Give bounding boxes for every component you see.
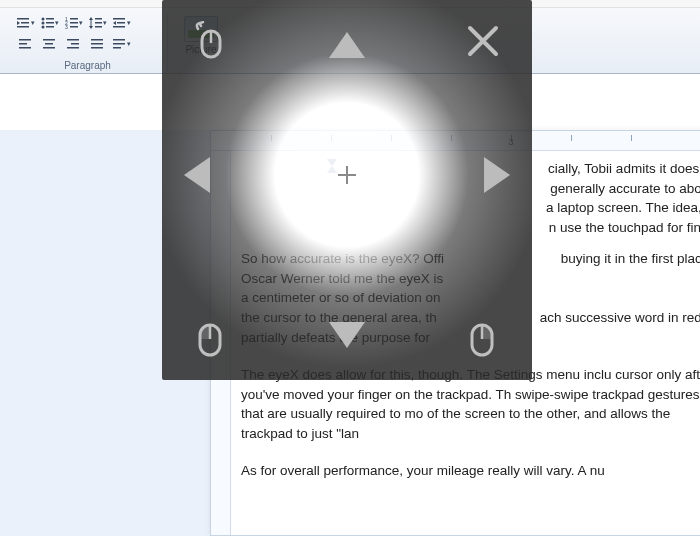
group-paragraph: 123 Paragraph — [8, 14, 168, 71]
svg-rect-16 — [95, 18, 102, 20]
numbering-button[interactable]: 123 — [64, 14, 84, 32]
indent-decrease-button[interactable] — [16, 14, 36, 32]
svg-rect-31 — [91, 39, 103, 41]
line-spacing-button[interactable] — [88, 14, 108, 32]
svg-rect-12 — [70, 22, 78, 24]
svg-rect-1 — [21, 22, 29, 24]
eyex-overlay — [162, 0, 532, 380]
svg-rect-18 — [95, 26, 102, 28]
svg-rect-35 — [113, 43, 125, 45]
svg-rect-0 — [17, 18, 29, 20]
svg-rect-36 — [113, 47, 121, 49]
svg-rect-27 — [43, 47, 55, 49]
svg-rect-19 — [113, 18, 125, 20]
svg-rect-8 — [46, 26, 54, 28]
mouse-scroll-icon — [192, 21, 230, 61]
mouse-right-icon — [466, 319, 500, 359]
align-center-button[interactable] — [40, 35, 60, 53]
svg-rect-32 — [91, 43, 103, 45]
svg-rect-22 — [19, 39, 31, 41]
svg-rect-4 — [46, 18, 54, 20]
mouse-left-button[interactable] — [190, 318, 232, 360]
svg-rect-29 — [71, 43, 79, 45]
svg-rect-15 — [91, 19, 92, 27]
justify-button[interactable] — [88, 35, 108, 53]
group-label: Paragraph — [8, 60, 167, 71]
svg-rect-24 — [19, 47, 31, 49]
svg-rect-6 — [46, 22, 54, 24]
svg-rect-2 — [17, 26, 29, 28]
svg-rect-34 — [113, 39, 125, 41]
align-right-button[interactable] — [64, 35, 84, 53]
svg-rect-33 — [91, 47, 103, 49]
svg-text:3: 3 — [65, 24, 68, 29]
svg-rect-10 — [70, 18, 78, 20]
bullets-button[interactable] — [40, 14, 60, 32]
svg-rect-14 — [70, 26, 78, 28]
pan-left-button[interactable] — [184, 157, 210, 193]
mouse-scroll-button[interactable] — [190, 20, 232, 62]
svg-rect-23 — [19, 43, 27, 45]
svg-rect-17 — [95, 22, 102, 24]
svg-point-5 — [42, 22, 45, 25]
svg-rect-26 — [45, 43, 53, 45]
svg-rect-20 — [117, 22, 125, 24]
mouse-right-button[interactable] — [462, 318, 504, 360]
align-left-button[interactable] — [16, 35, 36, 53]
svg-point-7 — [42, 26, 45, 29]
svg-rect-28 — [67, 39, 79, 41]
close-button[interactable] — [462, 20, 504, 62]
svg-rect-25 — [43, 39, 55, 41]
paragraph-settings-button[interactable] — [112, 35, 132, 53]
indent-increase-button[interactable] — [112, 14, 132, 32]
pan-right-button[interactable] — [484, 157, 510, 193]
svg-point-3 — [42, 18, 45, 21]
svg-rect-30 — [67, 47, 79, 49]
pan-up-button[interactable] — [329, 32, 365, 58]
pan-down-button[interactable] — [329, 322, 365, 348]
close-icon — [466, 24, 500, 58]
svg-rect-21 — [113, 26, 125, 28]
doc-paragraph: As for overall performance, your mileage… — [241, 461, 700, 481]
mouse-left-icon — [194, 319, 228, 359]
